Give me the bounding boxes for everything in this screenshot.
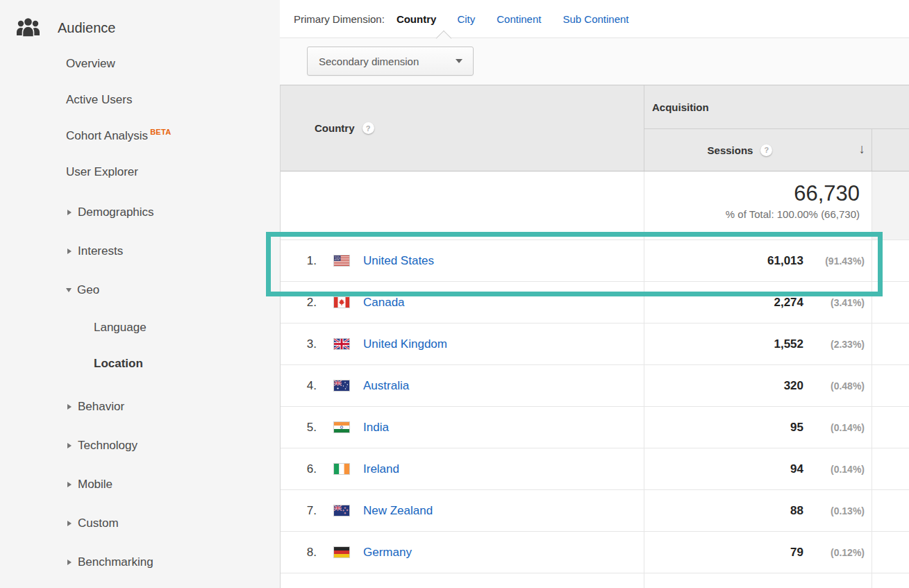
sessions-total: 66,730 [644, 182, 860, 205]
geo-location-table: Country ? Acquisition Sessions ? ↓ [280, 85, 909, 588]
sidebar-item-language[interactable]: Language [0, 310, 280, 346]
row-rank: 4. [281, 379, 317, 393]
row-rank: 6. [281, 462, 317, 476]
flag-new-zealand-icon [334, 505, 349, 516]
sessions-percent: (0.12%) [803, 547, 865, 558]
chevron-right-icon [67, 404, 72, 410]
row-rank: 5. [281, 421, 317, 435]
country-column-header: Country ? [281, 85, 644, 171]
table-row: 3. United Kingdom 1,552 (2.33%) [281, 324, 909, 365]
table-row: 2. Canada 2,274 (3.41%) [281, 282, 909, 324]
sessions-value: 95 [790, 421, 803, 435]
sidebar: Audience Overview Active Users Cohort An… [0, 0, 280, 588]
flag-canada-icon [334, 297, 349, 308]
sidebar-item-technology[interactable]: Technology [0, 426, 280, 465]
beta-badge: BETA [150, 128, 171, 136]
sidebar-item-demographics[interactable]: Demographics [0, 193, 280, 232]
sessions-percent: (91.43%) [803, 255, 865, 267]
sidebar-item-cohort-analysis[interactable]: Cohort Analysis BETA [0, 118, 280, 154]
sessions-value: 2,274 [774, 296, 803, 310]
row-rank: 1. [281, 254, 317, 268]
analytics-report-page: Audience Overview Active Users Cohort An… [0, 0, 909, 588]
flag-india-icon [334, 422, 349, 432]
sessions-value: 320 [784, 379, 803, 393]
secondary-dimension-button[interactable]: Secondary dimension [307, 47, 474, 76]
country-link[interactable]: New Zealand [363, 504, 433, 518]
chevron-right-icon [67, 560, 72, 565]
sessions-percent: (2.33%) [803, 339, 865, 350]
sessions-value: 94 [790, 462, 803, 476]
chevron-right-icon [67, 210, 72, 215]
percent-of-total: % of Total: 100.00% (66,730) [644, 208, 860, 220]
chevron-right-icon [67, 443, 72, 448]
sessions-value: 88 [790, 504, 803, 518]
chevron-right-icon [67, 249, 72, 254]
sessions-column-header[interactable]: Sessions ? ↓ [644, 129, 872, 171]
country-link[interactable]: United States [363, 254, 434, 268]
country-link[interactable]: Canada [363, 296, 405, 310]
secondary-dimension-toolbar: Secondary dimension [280, 38, 909, 85]
sidebar-item-location[interactable]: Location [0, 346, 280, 382]
sidebar-item-benchmarking[interactable]: Benchmarking [0, 543, 280, 582]
chevron-down-icon [66, 288, 72, 292]
row-rank: 2. [281, 296, 317, 310]
row-rank: 7. [281, 504, 317, 518]
audience-people-icon [15, 17, 41, 40]
sidebar-item-custom[interactable]: Custom [0, 504, 280, 543]
help-icon[interactable]: ? [362, 122, 374, 134]
sidebar-item-geo[interactable]: Geo [0, 271, 280, 310]
table-row: 1. United States 61,013 (91.43%) [281, 240, 909, 282]
country-link[interactable]: Ireland [363, 462, 399, 476]
table-header: Country ? Acquisition Sessions ? ↓ [281, 85, 909, 171]
sidebar-item-user-explorer[interactable]: User Explorer [0, 154, 280, 190]
country-link[interactable]: Australia [363, 379, 409, 393]
row-rank: 3. [281, 337, 317, 351]
table-row: 6. Ireland 94 (0.14%) [281, 448, 909, 490]
dimension-tab-sub-continent[interactable]: Sub Continent [562, 13, 628, 25]
help-icon[interactable]: ? [760, 144, 772, 156]
flag-united-states-icon [334, 255, 349, 266]
sort-descending-icon[interactable]: ↓ [859, 142, 866, 157]
flag-ireland-icon [334, 464, 349, 474]
sidebar-section-audience[interactable]: Audience [0, 0, 280, 46]
acquisition-column-group: Acquisition Sessions ? ↓ [644, 85, 909, 171]
totals-row: 66,730 % of Total: 100.00% (66,730) [281, 171, 909, 240]
sidebar-item-behavior[interactable]: Behavior [0, 387, 280, 426]
country-link[interactable]: United Kingdom [363, 337, 447, 351]
dimension-tab-city[interactable]: City [457, 13, 475, 25]
flag-united-kingdom-icon [334, 339, 349, 349]
country-link[interactable]: India [363, 421, 389, 435]
sessions-percent: (0.48%) [803, 380, 865, 392]
primary-dimension-label: Primary Dimension: [294, 13, 385, 25]
sidebar-nav: Overview Active Users Cohort Analysis BE… [0, 46, 280, 582]
sessions-value: 1,552 [774, 337, 803, 351]
row-rank: 8. [281, 546, 317, 560]
chevron-right-icon [67, 521, 72, 526]
acquisition-header: Acquisition [644, 85, 909, 129]
dropdown-caret-icon [456, 59, 462, 63]
dimension-tab-continent[interactable]: Continent [497, 13, 541, 25]
sidebar-item-interests[interactable]: Interests [0, 232, 280, 271]
report-main: Primary Dimension: Country City Continen… [280, 0, 909, 588]
sessions-percent: (0.13%) [803, 505, 865, 516]
sessions-percent: (3.41%) [803, 297, 865, 308]
table-row: 5. India 95 (0.14%) [281, 407, 909, 448]
sidebar-section-title: Audience [58, 20, 115, 36]
table-row: 8. Germany 79 (0.12%) [281, 532, 909, 573]
sessions-value: 79 [790, 546, 803, 560]
sessions-value: 61,013 [767, 254, 803, 268]
table-row: 7. New Zealand 88 (0.13%) [281, 490, 909, 532]
sidebar-item-overview[interactable]: Overview [0, 46, 280, 82]
sidebar-item-mobile[interactable]: Mobile [0, 465, 280, 504]
table-row-partial [281, 573, 909, 588]
sessions-percent: (0.14%) [803, 464, 865, 475]
chevron-right-icon [67, 482, 72, 487]
next-column-stub [872, 129, 909, 171]
sessions-percent: (0.14%) [803, 422, 865, 433]
country-link[interactable]: Germany [363, 546, 412, 560]
sidebar-item-active-users[interactable]: Active Users [0, 82, 280, 118]
flag-australia-icon [334, 380, 349, 391]
flag-germany-icon [334, 547, 349, 557]
dimension-tab-country[interactable]: Country [397, 13, 437, 25]
table-row: 4. Australia 320 (0.48%) [281, 365, 909, 407]
